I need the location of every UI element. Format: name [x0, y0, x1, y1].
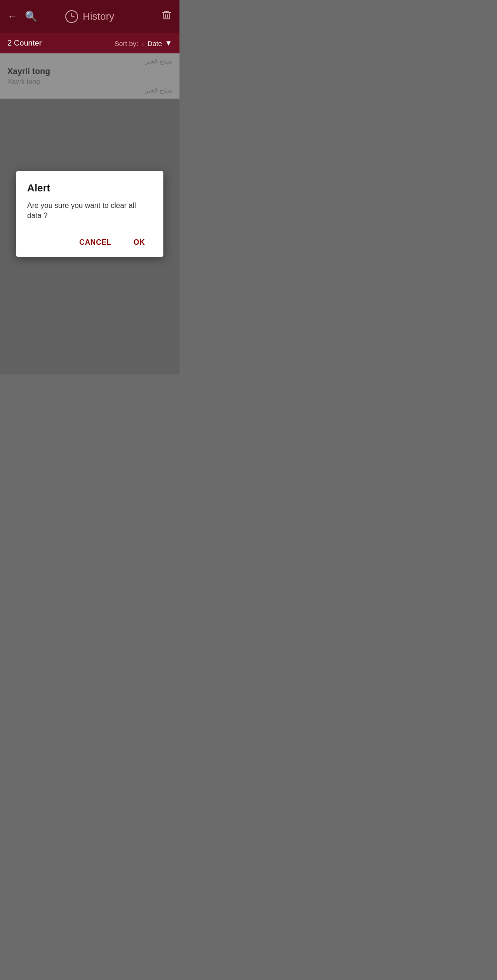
dialog-actions: CANCEL OK [27, 234, 152, 251]
sort-by-label: Sort by: [115, 40, 139, 47]
header-title: History [83, 11, 114, 23]
header-center: History [65, 10, 114, 23]
ok-button[interactable]: OK [126, 234, 152, 251]
back-button[interactable]: ← [7, 11, 17, 23]
sort-container[interactable]: Sort by: ↓ Date ▼ [115, 39, 172, 47]
sort-value: Date [147, 40, 162, 47]
counter-label: 2 Counter [7, 39, 42, 48]
clock-icon [65, 10, 78, 23]
content-area: صباح الخير Xayrli tong Xayrli tong صباح … [0, 53, 179, 375]
subheader: 2 Counter Sort by: ↓ Date ▼ [0, 33, 179, 53]
dialog-message: Are you sure you want to clear all data … [27, 201, 152, 221]
header-left-controls: ← 🔍 [7, 11, 37, 23]
sort-dropdown-icon[interactable]: ▼ [165, 39, 172, 47]
dialog-title: Alert [27, 182, 152, 194]
cancel-button[interactable]: CANCEL [72, 234, 119, 251]
dialog-overlay: Alert Are you sure you want to clear all… [0, 53, 179, 375]
alert-dialog: Alert Are you sure you want to clear all… [16, 171, 163, 257]
delete-button[interactable] [161, 10, 172, 23]
sort-arrow-icon: ↓ [141, 39, 144, 47]
search-button[interactable]: 🔍 [25, 11, 37, 23]
app-header: ← 🔍 History [0, 0, 179, 33]
